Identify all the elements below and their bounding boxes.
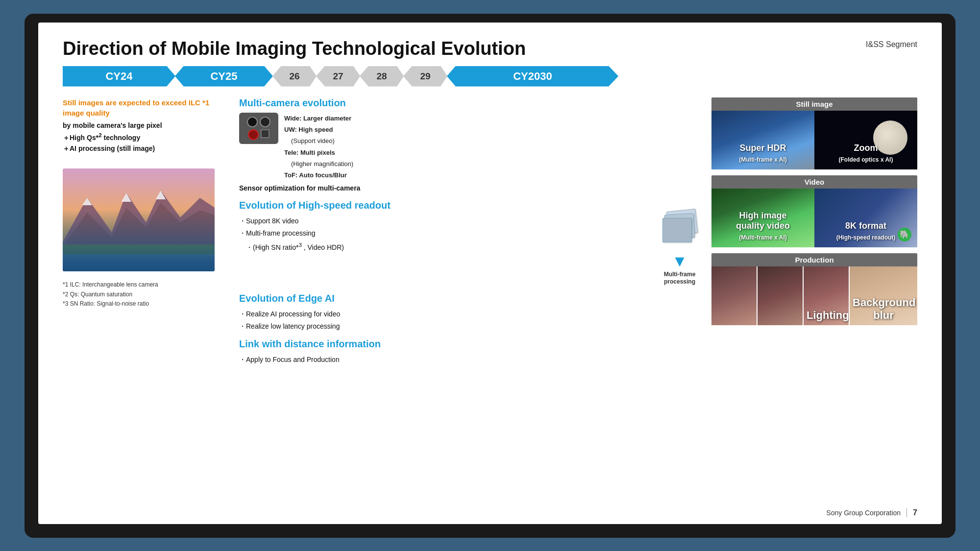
super-hdr-sublabel: (Multi-frame x AI) (739, 156, 787, 163)
cam-tof (261, 129, 270, 138)
high-image-card: High imagequality video (Multi-frame x A… (711, 189, 814, 247)
highspeed-title: Evolution of High-speed readout (239, 200, 702, 211)
highspeed-section: Evolution of High-speed readout Support … (239, 200, 702, 286)
segment-label: I&SS Segment (866, 40, 917, 49)
header-row: Direction of Mobile Imaging Technologica… (63, 38, 917, 59)
camera-diagram: Wide: Larger diameter UW: High speed (Su… (239, 113, 702, 181)
highspeed-bullet-list: Support 8K video Multi-frame processing … (239, 215, 344, 254)
cam-lens-1 (247, 117, 258, 127)
timeline-26: 26 (272, 66, 317, 87)
cam-lens-2 (260, 117, 270, 127)
bullet-focus-production: Apply to Focus and Production (239, 354, 702, 366)
company-name: Sony Group Corporation (826, 509, 901, 517)
left-column: Still images are expected to exceed ILC … (63, 97, 229, 366)
prod-face-2 (758, 266, 803, 325)
zoom-card: Zoom (Folded optics x AI) (814, 111, 917, 169)
still-image-header: Still image (711, 97, 917, 111)
footnote-1: *1 ILC: Interchangeable lens camera (63, 280, 229, 289)
prod-face-1 (711, 266, 757, 325)
bullet-ai-video: Realize AI processing for video (239, 308, 702, 320)
production-header: Production (711, 253, 917, 266)
still-image-section: Still image Super HDR (Multi-frame x AI)… (711, 97, 917, 169)
svg-rect-7 (63, 254, 215, 271)
footer: Sony Group Corporation 7 (826, 508, 917, 517)
slide-title: Direction of Mobile Imaging Technologica… (63, 38, 526, 59)
multiframe-visual: ▼ Multi-frameprocessing (662, 210, 697, 286)
bullet-hsnr: (High SN ratio*3 , Video HDR) (239, 240, 344, 254)
frame-card-3 (662, 218, 692, 242)
camera-body (239, 113, 278, 144)
prod-face-3: Lighting (804, 266, 849, 325)
laptop-frame: Direction of Mobile Imaging Technologica… (24, 14, 956, 538)
camera-specs-list: Wide: Larger diameter UW: High speed (Su… (284, 113, 353, 181)
timeline-27: 27 (316, 66, 360, 87)
middle-column: Multi-camera evolution (239, 97, 702, 366)
footnote-2: *2 Qs: Quantum saturation (63, 290, 229, 299)
lighting-overlay: Lighting (804, 306, 849, 325)
still-images-body: by mobile camera's large pixel ＋High Qs*… (63, 120, 229, 154)
background-blur-overlay: Background blur (850, 293, 917, 325)
evernote-icon: 🐘 (898, 228, 911, 241)
sensor-optimization: Sensor optimization for multi-camera (239, 184, 702, 192)
super-hdr-card: Super HDR (Multi-frame x AI) (711, 111, 814, 169)
prod-face-blur: Background blur (850, 266, 917, 325)
super-hdr-label: Super HDR (Multi-frame x AI) (739, 143, 787, 164)
production-section: Production Lighting Background blur (711, 253, 917, 325)
slide: Direction of Mobile Imaging Technologica… (38, 23, 942, 524)
multiframe-label: Multi-frameprocessing (664, 271, 696, 286)
edge-ai-bullet-list: Realize AI processing for video Realize … (239, 308, 702, 333)
lighting-label: Lighting (807, 309, 846, 322)
video-content: High imagequality video (Multi-frame x A… (711, 189, 917, 247)
multi-camera-section: Multi-camera evolution (239, 97, 702, 192)
mountain-photo (63, 168, 215, 271)
timeline: CY24 CY25 26 27 28 29 CY2030 (63, 66, 917, 87)
footer-divider (906, 508, 907, 517)
svg-marker-2 (63, 203, 215, 271)
bullet-8k: Support 8K video (239, 215, 344, 227)
video-header: Video (711, 175, 917, 189)
eight-k-label: 8K format (High-speed readout) (836, 221, 896, 242)
content-area: Still images are expected to exceed ILC … (63, 97, 917, 366)
timeline-cy2030: CY2030 (447, 66, 618, 87)
link-bullet-list: Apply to Focus and Production (239, 354, 702, 366)
link-title: Link with distance information (239, 338, 702, 350)
footnotes: *1 ILC: Interchangeable lens camera *2 Q… (63, 280, 229, 309)
production-content: Lighting Background blur (711, 266, 917, 325)
svg-rect-0 (63, 168, 215, 271)
down-arrow-icon: ▼ (672, 253, 687, 269)
high-image-label: High imagequality video (Multi-frame x A… (736, 211, 790, 242)
timeline-cy25: CY25 (175, 66, 273, 87)
timeline-29: 29 (403, 66, 447, 87)
eight-k-sublabel: (High-speed readout) (836, 234, 896, 241)
cam-lens-3 (248, 129, 259, 140)
video-section: Video High imagequality video (Multi-fra… (711, 175, 917, 247)
still-image-content: Super HDR (Multi-frame x AI) Zoom (Folde… (711, 111, 917, 169)
still-images-highlight: Still images are expected to exceed ILC … (63, 97, 229, 118)
high-image-sublabel: (Multi-frame x AI) (739, 234, 787, 241)
zoom-sublabel: (Folded optics x AI) (839, 156, 893, 163)
edge-ai-section: Evolution of Edge AI Realize AI processi… (239, 293, 702, 333)
background-blur-label: Background blur (853, 296, 914, 322)
bullet-low-latency: Realize low latency processing (239, 320, 702, 333)
page-number: 7 (913, 508, 917, 517)
footnote-3: *3 SN Ratio: Signal-to-noise ratio (63, 299, 229, 309)
timeline-28: 28 (360, 66, 404, 87)
edge-ai-title: Evolution of Edge AI (239, 293, 702, 304)
link-section: Link with distance information Apply to … (239, 338, 702, 366)
bullet-multiframe: Multi-frame processing (239, 227, 344, 240)
highspeed-content: Support 8K video Multi-frame processing … (239, 215, 702, 286)
svg-rect-6 (63, 244, 215, 259)
right-column: Still image Super HDR (Multi-frame x AI)… (711, 97, 917, 366)
timeline-cy24: CY24 (63, 66, 175, 87)
multi-camera-title: Multi-camera evolution (239, 97, 702, 109)
zoom-label: Zoom (Folded optics x AI) (839, 143, 893, 164)
